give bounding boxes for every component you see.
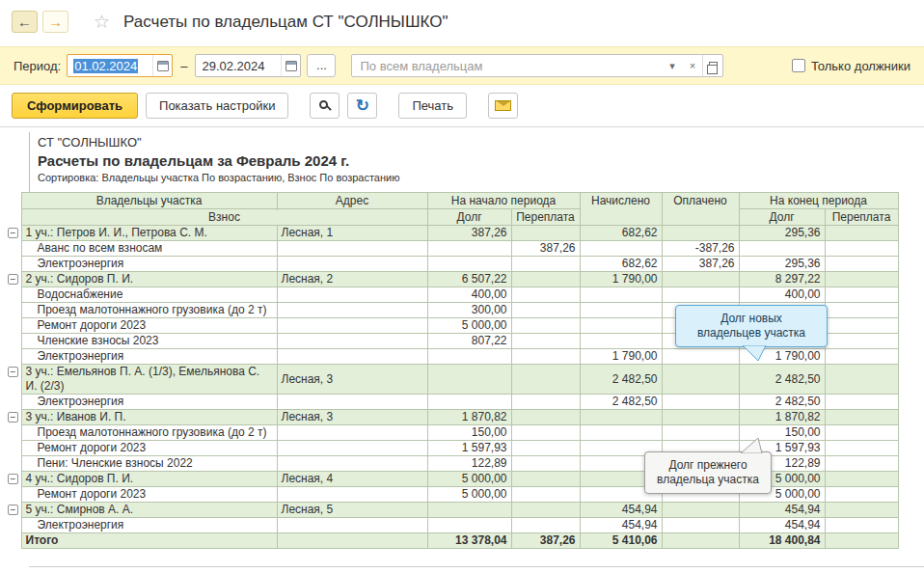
envelope-icon	[495, 100, 511, 111]
cell-accrued	[580, 303, 662, 318]
cell-address	[277, 318, 427, 334]
group-row: −3 уч.: Емельянов П. А. (1/3), Емельянов…	[8, 365, 898, 395]
cell-address: Лесная, 2	[277, 272, 427, 287]
owner-filter-combo[interactable]: По всем владельцам ▾ ×	[351, 54, 723, 77]
date-to-field[interactable]: 29.02.2024	[195, 54, 301, 77]
cell-beg-debt: 1 597,93	[427, 441, 511, 456]
cell-owner: 5 уч.: Смирнов А. А.	[21, 503, 277, 518]
cell-beg-over	[511, 472, 580, 487]
period-label: Период:	[14, 59, 61, 73]
cell-owner: 2 уч.: Сидоров П. И.	[21, 272, 277, 287]
cell-end-over	[825, 318, 898, 334]
debtors-only-checkbox[interactable]	[792, 59, 805, 72]
collapse-toggle[interactable]: −	[8, 226, 21, 241]
cell-end-debt	[739, 241, 825, 257]
cell-end-over	[825, 349, 898, 365]
cell-address	[277, 349, 427, 365]
cell-end-debt: 295,36	[739, 226, 825, 241]
cell-beg-debt: 6 507,22	[427, 272, 511, 287]
period-options-button[interactable]: ...	[307, 54, 336, 77]
cell-owner: Ремонт дороги 2023	[21, 441, 277, 456]
page-title: Расчеты по владельцам СТ "СОЛНЫШКО"	[123, 13, 448, 32]
cell-end-debt: 2 482,50	[739, 365, 825, 395]
cell-beg-debt: 400,00	[427, 287, 511, 303]
show-settings-button[interactable]: Показать настройки	[146, 93, 288, 119]
toolbar-divider	[0, 126, 924, 127]
cell-beg-over: 387,26	[511, 241, 580, 257]
minus-icon: −	[8, 505, 18, 515]
collapse-toggle[interactable]: −	[8, 410, 21, 425]
detail-row: Аванс по всем взносам387,26-387,26	[8, 241, 898, 257]
action-bar: Сформировать Показать настройки ↻ Печать	[0, 85, 924, 126]
col-header-end-overpay: Переплата	[825, 209, 898, 226]
cell-end-over	[825, 303, 898, 318]
cell-owner: Электроэнергия	[21, 395, 277, 410]
cell-beg-debt	[427, 503, 511, 518]
cell-accrued	[580, 241, 662, 257]
print-button[interactable]: Печать	[398, 93, 467, 119]
cell-beg-over	[511, 441, 580, 456]
cell-end-over	[825, 226, 898, 241]
tooltip-line: Долг новых	[684, 312, 819, 326]
cell-beg-debt: 807,22	[427, 334, 511, 349]
row-gutter	[8, 518, 21, 533]
cell-address	[277, 334, 427, 349]
minus-icon: −	[8, 474, 18, 484]
cell-end-over	[825, 503, 898, 518]
report-table-body: −1 уч.: Петров И. И., Петрова С. М.Лесна…	[8, 226, 898, 549]
row-gutter	[8, 395, 21, 410]
detail-row: Электроэнергия682,62387,26295,36	[8, 257, 898, 272]
cell-accrued	[580, 318, 662, 334]
tooltip-previous-owner-debt: Долг прежнего владельца участка	[644, 451, 772, 494]
date-to-value: 29.02.2024	[196, 59, 281, 73]
row-gutter	[8, 441, 21, 456]
cell-owner: Электроэнергия	[21, 257, 277, 272]
cell-beg-over	[511, 272, 580, 287]
collapse-toggle[interactable]: −	[8, 472, 21, 487]
collapse-toggle[interactable]: −	[8, 272, 21, 287]
refresh-search-icon: ↻	[356, 97, 369, 114]
collapse-toggle[interactable]: −	[8, 503, 21, 518]
cell-end-over	[825, 287, 898, 303]
cell-owner: 1 уч.: Петров И. И., Петрова С. М.	[21, 226, 277, 241]
choose-from-list-icon[interactable]	[702, 55, 722, 76]
minus-icon: −	[8, 274, 18, 285]
forward-button[interactable]: →	[42, 11, 68, 33]
cell-owner: Электроэнергия	[21, 518, 277, 533]
generate-button[interactable]: Сформировать	[12, 93, 138, 119]
report-area: СТ "СОЛНЫШКО" Расчеты по владельцам за Ф…	[8, 132, 914, 549]
cell-beg-over	[511, 425, 580, 441]
collapse-toggle[interactable]: −	[8, 365, 21, 395]
date-from-value: 01.02.2024	[73, 59, 138, 73]
cell-address	[277, 257, 427, 272]
favorite-star-icon[interactable]: ☆	[94, 11, 110, 33]
date-from-field[interactable]: 01.02.2024	[67, 54, 173, 77]
cell-beg-debt: 150,00	[427, 425, 511, 441]
cell-paid	[662, 272, 739, 287]
cell-end-over	[825, 472, 898, 487]
cell-owner: 3 уч.: Емельянов П. А. (1/3), Емельянова…	[21, 365, 277, 395]
cell-beg-over	[511, 503, 580, 518]
back-button[interactable]: ←	[12, 11, 38, 33]
cell-owner: Пени: Членские взносы 2022	[21, 456, 277, 472]
date-from-calendar-button[interactable]	[152, 55, 172, 76]
refresh-search-button[interactable]: ↻	[347, 93, 377, 119]
col-header-begin-debt: Долг	[427, 209, 511, 226]
cell-address: Лесная, 3	[277, 410, 427, 425]
clear-icon[interactable]: ×	[682, 60, 702, 71]
cell-end-debt: 18 400,84	[739, 533, 825, 549]
cell-owner: 4 уч.: Сидоров П. И.	[21, 472, 277, 487]
send-email-button[interactable]	[488, 93, 518, 119]
date-to-calendar-button[interactable]	[281, 55, 300, 76]
cell-end-over	[825, 425, 898, 441]
row-gutter	[8, 533, 21, 549]
forward-arrow-icon: →	[48, 14, 63, 30]
tooltip-line: владельцев участка	[684, 326, 819, 341]
search-button[interactable]	[310, 93, 340, 119]
cell-accrued: 1 790,00	[580, 272, 662, 287]
cell-beg-over	[511, 410, 580, 425]
cell-address	[277, 241, 427, 257]
chevron-down-icon[interactable]: ▾	[662, 60, 682, 72]
row-gutter	[8, 241, 21, 257]
col-header-end-debt: Долг	[739, 209, 825, 226]
